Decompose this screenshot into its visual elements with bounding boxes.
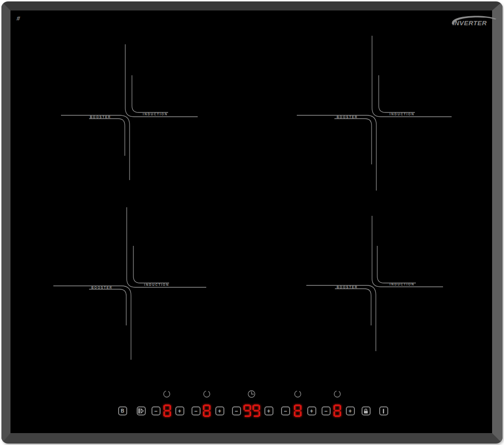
zone3-power-display	[294, 405, 302, 419]
induction-label: INDUCTION	[390, 283, 414, 286]
zone2-minus-button[interactable]: −	[192, 406, 201, 415]
induction-label: INDUCTION	[144, 283, 169, 286]
zone4-plus-button[interactable]: +	[346, 406, 355, 415]
lock-button[interactable]	[362, 406, 371, 415]
product-image: # INVERTER BOOSTER INDUCTION	[0, 0, 504, 445]
pause-button[interactable]	[137, 406, 146, 415]
timer-plus-button[interactable]: +	[264, 406, 273, 415]
induction-label: INDUCTION	[143, 112, 168, 116]
cooktop-frame: # INVERTER BOOSTER INDUCTION	[1, 1, 503, 444]
zone4-power-display	[333, 405, 341, 419]
zone4-indicator-ring-icon	[333, 390, 342, 398]
zone1-minus-button[interactable]: −	[151, 406, 161, 415]
power-bar-icon	[381, 408, 386, 414]
bar-play-icon	[138, 408, 144, 414]
booster-label: BOOSTER	[91, 286, 113, 289]
cooking-zone-rear-left: BOOSTER INDUCTION	[61, 44, 198, 180]
booster-label: BOOSTER	[337, 115, 358, 119]
booster-button[interactable]: B	[118, 406, 127, 415]
timer-display	[243, 405, 260, 419]
booster-label: BOOSTER	[337, 285, 358, 289]
cooking-zone-rear-right: BOOSTER INDUCTION	[297, 36, 452, 191]
booster-label: BOOSTER	[90, 115, 111, 119]
glass-surface: # INVERTER BOOSTER INDUCTION	[10, 10, 492, 433]
timer-minus-button[interactable]: −	[232, 406, 241, 415]
power-button[interactable]	[379, 406, 388, 415]
zone3-plus-button[interactable]: +	[307, 406, 316, 415]
zone1-plus-button[interactable]: +	[175, 406, 184, 415]
timer-clock-icon	[248, 391, 255, 397]
zone2-indicator-ring-icon	[202, 390, 211, 398]
zone3-indicator-ring-icon	[293, 390, 302, 398]
zone1-power-display	[163, 405, 171, 419]
cooking-zone-front-left: BOOSTER INDUCTION	[53, 207, 206, 360]
zone2-plus-button[interactable]: +	[215, 406, 224, 415]
zone4-minus-button[interactable]: −	[322, 406, 331, 415]
cooking-zones: BOOSTER INDUCTION BOOSTER INDUCTION	[10, 10, 492, 433]
padlock-icon	[363, 408, 369, 414]
zone3-minus-button[interactable]: −	[281, 406, 290, 415]
zone1-indicator-ring-icon	[162, 390, 171, 398]
zone2-power-display	[203, 405, 211, 419]
induction-label: INDUCTION	[390, 112, 414, 116]
cooking-zone-front-right: BOOSTER INDUCTION	[306, 216, 443, 351]
